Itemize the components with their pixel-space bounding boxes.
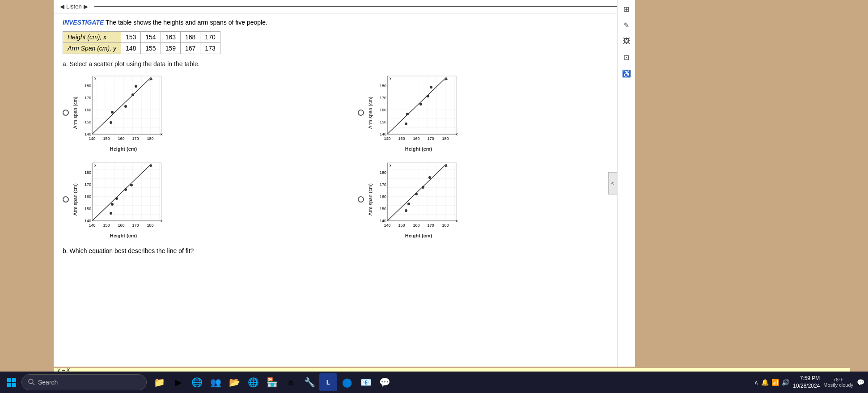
collapse-icon: <: [611, 180, 614, 186]
plot-top-left-xlabel: Height (cm): [79, 146, 168, 152]
tray-sound-icon[interactable]: 🔊: [782, 379, 789, 386]
start-button[interactable]: [4, 374, 20, 390]
svg-text:140: 140: [380, 219, 386, 223]
plot-bottom-right-xlabel: Height (cm): [374, 233, 463, 238]
taskbar-edge-icon[interactable]: 🌐: [244, 373, 262, 391]
table-row1-label: Height (cm), x: [63, 32, 121, 43]
tray-app-icon[interactable]: 🔔: [761, 379, 769, 386]
accessibility-icon[interactable]: ♿: [620, 67, 633, 80]
taskbar-circle-icon[interactable]: ⬤: [338, 373, 356, 391]
svg-text:180: 180: [147, 136, 153, 141]
plot-top-right-xlabel: Height (cm): [374, 146, 463, 152]
tray-wifi-icon[interactable]: 📶: [771, 379, 779, 386]
plot-top-right-svg: 140 150 160 170 180 140 150 160 170 180 …: [374, 74, 463, 145]
taskbar-store-icon[interactable]: 🏪: [263, 373, 281, 391]
table-row1-val4: 168: [180, 32, 200, 43]
plots-grid: Arm span (cm) 140: [63, 74, 626, 238]
listen-icon: ◀: [60, 3, 64, 10]
plot-bottom-right-radio[interactable]: [358, 196, 364, 203]
image-icon[interactable]: 🖼: [620, 35, 633, 47]
svg-rect-66: [387, 163, 457, 221]
plot-top-right-radio[interactable]: [358, 110, 364, 116]
plot-bottom-left-chart: 140 150 160 170 180 140 150 160 170 180 …: [79, 161, 168, 238]
svg-text:170: 170: [85, 96, 91, 100]
tray-chevron-icon[interactable]: ∧: [754, 379, 758, 386]
svg-text:140: 140: [85, 219, 91, 223]
taskbar-icons: 📁 ▶ 🌐 👥 📂 🌐 🏪 a 🔧 L ⬤ 📧 💬: [150, 373, 394, 391]
taskbar-browser1-icon[interactable]: 🌐: [188, 373, 206, 391]
svg-point-84: [422, 186, 424, 189]
svg-text:150: 150: [398, 223, 405, 228]
clock-date: 10/28/2024: [793, 382, 820, 390]
taskbar-teams-icon[interactable]: 👥: [207, 373, 224, 391]
system-tray: ∧ 🔔 📶 🔊: [754, 379, 789, 386]
svg-point-19: [135, 85, 137, 88]
clock[interactable]: 7:59 PM 10/28/2024: [793, 375, 820, 390]
svg-text:140: 140: [380, 132, 386, 136]
svg-line-93: [33, 383, 34, 385]
notification-icon[interactable]: 💬: [857, 379, 864, 386]
grid-icon[interactable]: ⊡: [620, 51, 633, 63]
svg-text:180: 180: [442, 223, 449, 228]
listen-button[interactable]: ◀ Listen ▶: [57, 2, 91, 11]
svg-text:140: 140: [384, 223, 390, 228]
svg-text:160: 160: [380, 194, 386, 199]
svg-text:180: 180: [147, 223, 153, 228]
plot-bottom-left-radio[interactable]: [63, 196, 69, 203]
calculator-icon[interactable]: ⊞: [620, 3, 633, 15]
top-toolbar: ◀ Listen ▶: [54, 0, 635, 13]
plot-bottom-right-ylabel: Arm span (cm): [368, 183, 373, 216]
svg-point-15: [110, 121, 112, 124]
listen-forward-icon: ▶: [84, 3, 88, 10]
svg-point-82: [407, 203, 410, 205]
svg-text:150: 150: [103, 136, 110, 141]
svg-text:180: 180: [85, 170, 91, 175]
svg-text:180: 180: [380, 170, 386, 175]
weather-temp: 78°F: [823, 377, 853, 382]
taskbar-right: ∧ 🔔 📶 🔊 7:59 PM 10/28/2024 78°F Mostly c…: [754, 375, 864, 390]
taskbar-outlook-icon[interactable]: 📧: [357, 373, 375, 391]
plot-top-right-container: Arm span (cm) 140 150 160: [358, 74, 626, 152]
pencil-icon[interactable]: ✎: [620, 19, 633, 31]
svg-point-17: [124, 105, 127, 108]
investigate-label: INVESTIGATE: [63, 19, 104, 26]
taskbar-video-icon[interactable]: ▶: [169, 373, 187, 391]
table-row1-val1: 153: [121, 32, 140, 43]
plot-top-left-svg: 140 150 160 170 180 140 150 160 170 180: [79, 74, 168, 145]
svg-text:160: 160: [413, 223, 419, 228]
svg-rect-22: [387, 76, 457, 134]
taskbar: Search 📁 ▶ 🌐 👥 📂 🌐 🏪 a 🔧 L ⬤ 📧 💬 ∧ 🔔 📶 🔊…: [0, 372, 868, 393]
svg-text:170: 170: [132, 136, 139, 141]
taskbar-tool-icon[interactable]: 🔧: [301, 373, 318, 391]
taskbar-explorer-icon[interactable]: 📂: [225, 373, 243, 391]
investigate-description: The table shows the heights and arm span…: [106, 19, 267, 26]
svg-rect-88: [7, 378, 11, 382]
svg-text:140: 140: [85, 132, 91, 136]
bottom-highlight: y = x: [54, 368, 850, 372]
plot-bottom-left-container: Arm span (cm) 140 150 160: [63, 161, 331, 238]
table-row2-label: Arm Span (cm), y: [63, 43, 121, 54]
taskbar-file-icon[interactable]: 📁: [150, 373, 168, 391]
collapse-button[interactable]: <: [608, 172, 617, 194]
svg-text:y: y: [94, 162, 97, 167]
main-content: ◀ Listen ▶ INVESTIGATE The table shows t…: [54, 0, 635, 367]
taskbar-search[interactable]: Search: [21, 374, 147, 390]
svg-point-61: [115, 197, 118, 200]
question-b: b. Which equation best describes the lin…: [63, 247, 626, 254]
plot-top-left-chart: 140 150 160 170 180 140 150 160 170 180: [79, 74, 168, 152]
svg-rect-0: [92, 76, 161, 134]
plot-bottom-left-svg: 140 150 160 170 180 140 150 160 170 180 …: [79, 161, 168, 232]
plot-bottom-right-chart: 140 150 160 170 180 140 150 160 170 180 …: [374, 161, 463, 238]
svg-point-16: [111, 111, 114, 114]
svg-text:160: 160: [85, 194, 91, 199]
svg-rect-91: [12, 383, 16, 387]
listen-label: Listen: [66, 3, 82, 10]
weather-info: 78°F Mostly cloudy: [823, 377, 853, 388]
taskbar-amazon-icon[interactable]: a: [282, 373, 300, 391]
plot-top-left-radio[interactable]: [63, 110, 69, 116]
taskbar-blue-l-icon[interactable]: L: [319, 373, 337, 391]
plot-bottom-left-wrapper: Arm span (cm) 140 150 160: [72, 161, 168, 238]
svg-text:150: 150: [85, 207, 91, 211]
windows-icon: [6, 377, 17, 388]
taskbar-whatsapp-icon[interactable]: 💬: [376, 373, 394, 391]
